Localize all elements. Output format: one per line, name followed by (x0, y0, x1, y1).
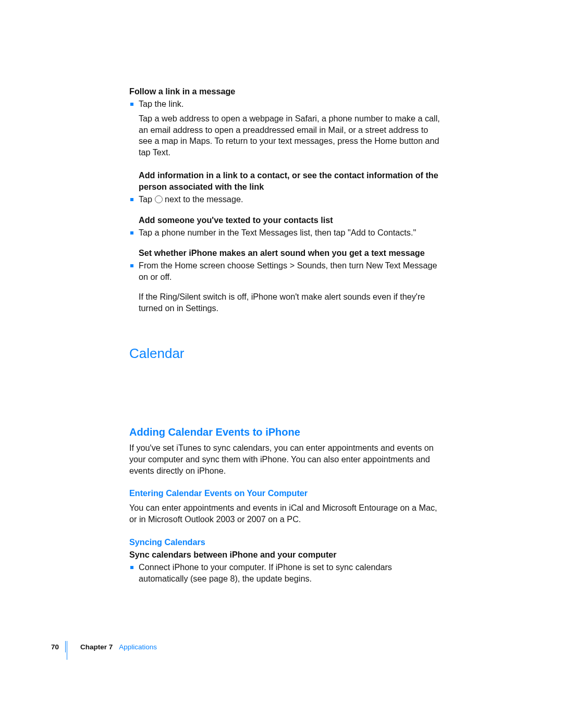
heading-adding-events: Adding Calendar Events to iPhone (129, 425, 442, 439)
bullet-icon (130, 264, 133, 267)
paragraph: If you've set iTunes to sync calendars, … (129, 442, 442, 477)
bullet-icon (130, 103, 133, 106)
bullet-icon (130, 198, 133, 201)
page-content: Follow a link in a message Tap the link.… (129, 86, 442, 584)
text-after: next to the message. (163, 194, 243, 204)
heading-follow-link: Follow a link in a message (129, 86, 442, 97)
heading-alert: Set whether iPhone makes an alert sound … (139, 248, 442, 259)
chapter-name: Applications (119, 643, 157, 651)
page-footer: 70 Chapter 7 Applications (51, 641, 157, 652)
paragraph: Tap a web address to open a webpage in S… (139, 113, 442, 158)
list-item: Tap a phone number in the Text Messages … (129, 227, 442, 239)
heading-calendar: Calendar (129, 344, 442, 363)
vertical-rule-icon (65, 641, 66, 652)
list-item: Connect iPhone to your computer. If iPho… (129, 562, 442, 585)
list-item: From the Home screen choose Settings > S… (129, 260, 442, 283)
paragraph: If the Ring/Silent switch is off, iPhone… (139, 291, 442, 314)
list-item: Tap next to the message. (129, 194, 442, 205)
text-before: Tap (139, 194, 155, 204)
chapter-label: Chapter 7 (80, 643, 113, 651)
heading-syncing: Syncing Calendars (129, 537, 442, 548)
page-number: 70 (51, 643, 59, 651)
bullet-text: Tap next to the message. (139, 194, 442, 205)
bullet-text: From the Home screen choose Settings > S… (139, 260, 442, 283)
bullet-text: Connect iPhone to your computer. If iPho… (139, 562, 442, 585)
bullet-text: Tap a phone number in the Text Messages … (139, 227, 442, 239)
bullet-icon (130, 231, 133, 235)
bullet-text: Tap the link. (139, 98, 442, 110)
list-item: Tap the link. (129, 98, 442, 110)
heading-add-info: Add information in a link to a contact, … (139, 170, 442, 193)
heading-add-someone: Add someone you've texted to your contac… (139, 215, 442, 226)
bullet-icon (130, 566, 133, 569)
arrow-circle-icon (155, 195, 163, 203)
heading-entering-events: Entering Calendar Events on Your Compute… (129, 488, 442, 499)
paragraph: You can enter appointments and events in… (129, 502, 442, 525)
heading-sync-bold: Sync calendars between iPhone and your c… (129, 549, 442, 561)
